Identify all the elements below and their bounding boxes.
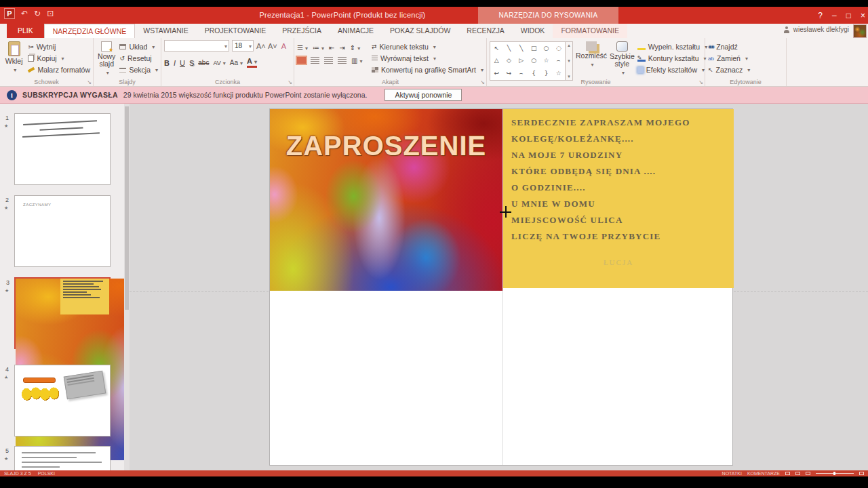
shape-rect-icon[interactable]: □ (531, 45, 537, 52)
shape-circle-icon[interactable]: ○ (531, 57, 536, 64)
shape-fill-button[interactable]: Wypełn. kształtu (637, 42, 707, 52)
strikethrough-button[interactable]: abc (198, 59, 209, 66)
tab-plik[interactable]: PLIK (7, 24, 44, 38)
font-color-button[interactable]: A (247, 58, 257, 68)
align-right-button[interactable] (324, 57, 333, 64)
reading-view-icon[interactable] (806, 472, 810, 475)
new-slide-button[interactable]: Nowy slajd (96, 40, 117, 77)
font-name-combobox[interactable] (164, 40, 229, 52)
decrease-indent-button[interactable]: ⇤ (329, 44, 334, 52)
shape-arc-icon[interactable]: ⌢ (557, 57, 561, 64)
columns-button[interactable]: ▥ (351, 57, 362, 64)
align-left-button[interactable] (297, 57, 306, 64)
help-button[interactable]: ? (818, 11, 823, 20)
tab-widok[interactable]: WIDOK (513, 24, 553, 38)
grow-font-button[interactable]: A˄ (256, 42, 265, 50)
tab-animacje[interactable]: ANIMACJE (330, 24, 382, 38)
avatar[interactable] (853, 24, 867, 38)
shapes-scroll-up-icon[interactable]: ▴ (568, 43, 570, 48)
zoom-slider[interactable] (816, 473, 854, 474)
tab-projektowanie[interactable]: PROJEKTOWANIE (197, 24, 274, 38)
language-indicator[interactable]: POLSKI (38, 471, 55, 476)
shape-star-icon[interactable]: ☆ (543, 57, 549, 64)
thumbnail-slide-5[interactable]: 5 ★ (14, 446, 111, 470)
find-button[interactable]: ◉◉ Znajdź (708, 42, 750, 52)
shape-effects-button[interactable]: Efekty kształtów (637, 65, 707, 75)
invitation-text-box[interactable]: SERDECZNIE ZAPRASZAM MOJEGO KOLEGĘ/KOLEŻ… (503, 109, 734, 288)
tab-pokaz-slajdow[interactable]: POKAZ SLAJDÓW (382, 24, 458, 38)
reactivate-button[interactable]: Aktywuj ponownie (384, 89, 462, 101)
account-menu[interactable]: wiesławek dlekfygi (783, 26, 849, 33)
bold-button[interactable]: B (164, 59, 170, 67)
convert-to-smartart-button[interactable]: Konwertuj na grafikę SmartArt (372, 65, 484, 75)
tab-narzedzia-glowne[interactable]: NARZĘDZIA GŁÓWNE (44, 24, 136, 38)
thumbnail-slide-3[interactable]: 3 ★ (14, 277, 111, 349)
section-button[interactable]: Sekcja (119, 65, 158, 75)
text-direction-button[interactable]: ⇄ Kierunek tekstu (372, 42, 484, 52)
fit-slide-icon[interactable] (859, 472, 864, 475)
shape-star2-icon[interactable]: ☆ (556, 70, 561, 77)
tab-formatowanie[interactable]: FORMATOWANIE (553, 24, 627, 38)
shape-arc2-icon[interactable]: ⌢ (519, 70, 524, 77)
format-painter-button[interactable]: Malarz formatów (28, 65, 90, 75)
shape-arrow-icon[interactable]: ▷ (519, 57, 524, 64)
shape-triangle-icon[interactable]: △ (494, 57, 499, 64)
drawing-dialog-launcher-icon[interactable]: ↘ (698, 79, 703, 85)
thumbnail-slide-2[interactable]: 2 ★ ZACZYNAMY (14, 195, 111, 267)
thumbnail-scrollbar[interactable] (124, 104, 130, 470)
thumbnail-slide-1[interactable]: 1 ★ (14, 113, 111, 185)
invitation-image[interactable]: ZAPROSZENIE (270, 109, 502, 291)
arrange-button[interactable]: Rozmieść (576, 40, 607, 77)
shape-curve-left-icon[interactable]: ↩ (494, 70, 499, 77)
slide-sorter-view-icon[interactable] (795, 472, 800, 475)
copy-button[interactable]: Kopiuj (28, 54, 90, 63)
tab-recenzja[interactable]: RECENZJA (458, 24, 512, 38)
paragraph-dialog-launcher-icon[interactable]: ↘ (480, 79, 485, 85)
slide-canvas[interactable]: ZAPROSZENIE SERDECZNIE ZAPRASZAM MOJEGO … (269, 108, 733, 466)
shape-rounded-rect-icon[interactable]: ◌ (556, 45, 561, 52)
normal-view-icon[interactable] (785, 472, 790, 475)
clear-formatting-button[interactable]: A (279, 42, 288, 50)
shrink-font-button[interactable]: A˅ (268, 42, 277, 50)
close-button[interactable]: × (861, 11, 865, 20)
shape-line2-icon[interactable]: ╲ (519, 45, 523, 52)
shape-curve-right-icon[interactable]: ↪ (507, 70, 512, 77)
reset-button[interactable]: ↺ Resetuj (119, 54, 158, 63)
justify-button[interactable] (338, 57, 347, 64)
select-button[interactable]: ↖ Zaznacz (708, 65, 750, 75)
shape-diamond-icon[interactable]: ◇ (507, 57, 511, 64)
shape-brace-left-icon[interactable]: { (532, 70, 536, 77)
change-case-button[interactable]: Aa (230, 59, 243, 66)
numbering-button[interactable]: ≔ (313, 44, 324, 52)
notes-toggle[interactable]: NOTATKI (722, 471, 742, 476)
character-spacing-button[interactable]: AV (213, 60, 225, 66)
shape-outline-button[interactable]: ✎ Kontury kształtu (637, 54, 707, 63)
comments-toggle[interactable]: KOMENTARZE (747, 471, 780, 476)
align-text-button[interactable]: Wyrównaj tekst (372, 54, 484, 63)
minimize-button[interactable]: – (832, 11, 837, 20)
layout-button[interactable]: Układ (119, 42, 158, 52)
font-size-combobox[interactable]: 18 (232, 40, 254, 52)
bullets-button[interactable]: ☰ (297, 44, 308, 52)
font-dialog-launcher-icon[interactable]: ↘ (288, 79, 292, 85)
underline-button[interactable]: U (180, 59, 185, 67)
shape-select-icon[interactable]: ↖ (494, 45, 499, 52)
paste-button[interactable]: Wklej (3, 40, 25, 77)
zoom-slider-knob[interactable] (833, 472, 835, 475)
cut-button[interactable]: ✂ Wytnij (28, 42, 90, 52)
clipboard-dialog-launcher-icon[interactable]: ↘ (87, 79, 92, 85)
scrollbar-thumb[interactable] (125, 106, 129, 310)
quick-styles-button[interactable]: Szybkie style (610, 40, 635, 77)
maximize-button[interactable]: □ (846, 11, 851, 20)
line-spacing-button[interactable]: ⇕ (350, 44, 360, 52)
text-shadow-button[interactable]: S (189, 59, 194, 67)
tab-przejscia[interactable]: PRZEJŚCIA (274, 24, 330, 38)
increase-indent-button[interactable]: ⇥ (339, 44, 344, 52)
italic-button[interactable]: I (174, 59, 176, 67)
replace-button[interactable]: ab Zamień (708, 54, 750, 63)
align-center-button[interactable] (311, 57, 319, 64)
shape-oval-icon[interactable]: ○ (544, 45, 549, 52)
shapes-scroll-down-icon[interactable]: ▾ (568, 58, 570, 64)
thumbnail-slide-4[interactable]: 4 ★ (14, 365, 111, 436)
shape-brace-right-icon[interactable]: } (545, 70, 549, 77)
